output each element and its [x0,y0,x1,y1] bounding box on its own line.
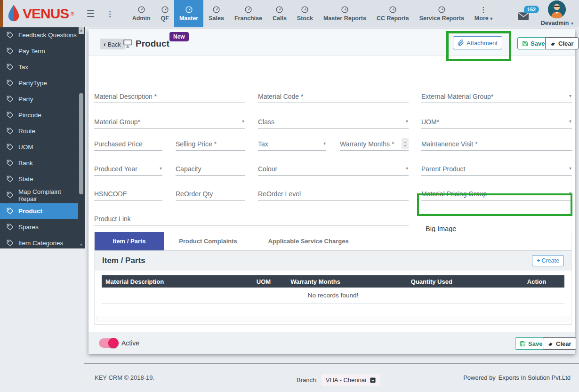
product-form-card: ‹Back Product New Attachment Save Clear … [88,29,575,354]
logo-text: VENUS [23,6,69,22]
nav-item-stock[interactable]: Stock [292,0,318,27]
venus-drop-icon [7,4,21,23]
sidebar-item-item-categories[interactable]: Item Categories [0,235,78,248]
kebab-menu-icon[interactable]: ⋮ [101,9,120,18]
create-button[interactable]: +Create [532,255,564,266]
nav-item-master-reports[interactable]: Master Reports [318,0,371,27]
field-produced-year[interactable]: Produced Year▾ [94,161,162,176]
copyright-text: KEY CRM © 2018-19. [95,374,154,381]
field-product-link[interactable]: Product Link [94,211,409,225]
nav-item-franchise[interactable]: Franchise [229,0,267,27]
tag-icon [7,48,14,55]
paperclip-icon [458,40,464,46]
envelope-icon [518,12,529,20]
field-material-group[interactable]: Material Group*▾ [94,114,245,128]
tag-icon [7,160,14,167]
column-quantity-used: Quantity Used [407,278,509,285]
clear-button-bottom[interactable]: Clear [543,337,576,350]
field-uom[interactable]: UOM*▾ [421,114,572,128]
nav-item-admin[interactable]: Admin [127,0,156,27]
field-capacity[interactable]: Capacity [176,161,245,176]
sidebar-item-bank[interactable]: Bank [0,155,78,171]
nav-item-sales[interactable]: Sales [203,0,229,27]
sidebar-item-partytype[interactable]: PartyType [0,75,78,91]
scrollbar-thumb[interactable] [79,93,83,194]
active-toggle[interactable] [99,338,117,348]
sidebar-item-map-complaint-repair[interactable]: Map Complaint Repair [0,187,78,203]
sidebar-scrollbar[interactable]: ▲ ▼ [79,27,84,248]
sidebar-item-party[interactable]: Party [0,91,78,107]
field-parent-product[interactable]: Parent Product▾ [421,161,572,176]
field-purchased-price[interactable]: Purchased Price [94,136,162,151]
gauge-icon [389,6,397,14]
sidebar-item-spares[interactable]: Spares [0,219,78,235]
dropdown-square-icon [370,377,376,383]
nav-item-cc-reports[interactable]: CC Reports [371,0,414,27]
tab-item-parts[interactable]: Item / Parts [95,232,164,250]
nav-item-qf[interactable]: QF [156,0,174,27]
tag-icon [7,112,14,119]
field-tax[interactable]: Tax▾ [258,136,326,151]
mail-button[interactable]: 152 [518,12,529,22]
plus-icon: + [537,257,540,264]
field-maintanence-visit[interactable]: Maintanence Visit * [421,136,572,151]
sidebar-item-pincode[interactable]: Pincode [0,107,78,123]
attachment-button[interactable]: Attachment [453,36,502,49]
sidebar-item-feedback-questions[interactable]: Feedback Questions [0,27,78,43]
field-class[interactable]: Class▾ [258,114,409,128]
sidebar-item-tax[interactable]: Tax [0,59,78,75]
field-colour[interactable]: Colour▾ [258,161,409,176]
scroll-down-icon[interactable]: ▼ [79,242,84,248]
sidebar-item-product[interactable]: Product [0,203,78,219]
tag-icon [7,64,14,71]
field-external-material-group[interactable]: External Material Group*▾ [421,89,572,103]
footer: KEY CRM © 2018-19. Branch: VHA - Chennai… [0,364,579,392]
horizontal-scrollbar[interactable] [96,316,570,321]
tag-icon [7,176,14,183]
tag-icon [7,80,14,87]
back-button[interactable]: ‹Back [100,39,125,49]
hamburger-menu-icon[interactable]: ☰ [81,8,101,19]
scroll-up-icon[interactable]: ▲ [79,27,84,34]
tab-applicable-service-charges[interactable]: Applicable Service Charges [252,232,364,250]
branch-label: Branch: [297,376,318,384]
gauge-icon [244,6,252,14]
table-header-row: Material Description UOM Warranty Months… [102,275,564,288]
logo-registered-mark: ® [71,11,74,16]
field-material-description[interactable]: Material Description * [94,89,245,103]
number-spinner[interactable]: ▴▾ [402,138,409,149]
monitor-icon [123,40,132,48]
sidebar-item-uom[interactable]: UOM [0,139,78,155]
card-header: ‹Back Product New Attachment Save Clear [88,29,575,56]
top-navbar: VENUS ® ☰ ⋮ Admin QF Master Sales Franch… [0,0,579,27]
branch-dropdown[interactable]: VHA - Chennai [322,374,380,386]
sidebar-item-state[interactable]: State [0,171,78,187]
field-hsncode[interactable]: HSNCODE [94,186,162,200]
column-action: Action [509,278,564,285]
tag-icon [7,96,14,103]
clear-button[interactable]: Clear [545,37,579,49]
nav-item-service-reports[interactable]: Service Reports [414,0,469,27]
field-material-code[interactable]: Material Code * [258,89,409,103]
chevron-down-icon: ▾ [242,119,244,124]
column-material-description: Material Description [102,278,241,285]
nav-item-calls[interactable]: Calls [267,0,292,27]
sidebar-item-pay-term[interactable]: Pay Term [0,43,78,59]
field-selling-price[interactable]: Selling Price * [176,136,245,151]
gauge-icon [137,6,145,14]
field-reorder-qty[interactable]: ReOrder Qty [176,186,245,200]
nav-item-master[interactable]: Master [174,0,203,27]
tag-icon [7,208,14,215]
active-toggle-label: Active [121,339,139,347]
section-title: Item / Parts [102,256,145,265]
tab-product-complaints[interactable]: Product Complaints [164,232,252,250]
sidebar-item-route[interactable]: Route [0,123,78,139]
company-name: Experts In Solution Pvt.Ltd [499,374,571,381]
save-icon [520,341,526,347]
user-menu[interactable]: Devadmin ▾ [541,0,573,27]
nav-item-more[interactable]: ⋮ More ▾ [469,0,498,27]
field-material-pricing-group[interactable]: Material Pricing Group▾ [421,186,572,200]
field-warranty-months[interactable]: Warranty Months *▴▾ [340,136,409,151]
field-reorder-level[interactable]: ReOrder Level [258,186,409,200]
venus-logo[interactable]: VENUS ® [3,4,81,23]
